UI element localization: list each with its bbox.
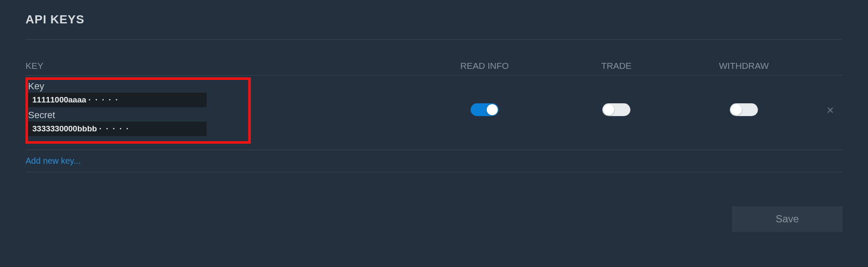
key-field-label: Key [28, 81, 246, 92]
column-key-header: KEY [26, 61, 43, 71]
column-withdraw-header: WITHDRAW [719, 61, 769, 71]
read-info-toggle[interactable] [471, 103, 499, 116]
key-secret-highlight: Key Secret [26, 77, 251, 144]
column-trade-header: TRADE [601, 61, 631, 71]
secret-field-label: Secret [28, 110, 246, 121]
page-title: API KEYS [26, 13, 842, 40]
api-key-row: Key Secret [26, 76, 842, 150]
column-read-header: READ INFO [460, 61, 509, 71]
add-new-key-link[interactable]: Add new key... [26, 156, 81, 165]
close-icon[interactable]: ✕ [826, 106, 834, 115]
save-button[interactable]: Save [732, 206, 842, 232]
trade-toggle[interactable] [602, 103, 630, 116]
secret-input[interactable] [28, 122, 207, 136]
table-header: KEY READ INFO TRADE WITHDRAW [26, 61, 842, 76]
key-input[interactable] [28, 93, 207, 107]
withdraw-toggle[interactable] [730, 103, 758, 116]
